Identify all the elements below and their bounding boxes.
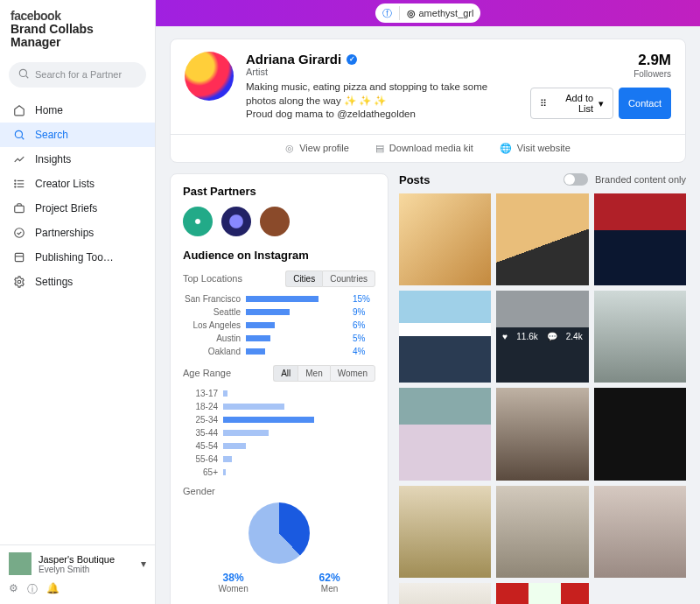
tab-download-media-kit[interactable]: ▤ Download media kit bbox=[375, 143, 473, 154]
list-icon bbox=[12, 178, 26, 190]
sidebar-item-insights[interactable]: Insights bbox=[0, 147, 155, 172]
sidebar-item-partnerships[interactable]: Partnerships bbox=[0, 221, 155, 245]
bar-label: 65+ bbox=[183, 467, 218, 477]
sidebar-item-label: Partnerships bbox=[35, 227, 94, 239]
post-tile[interactable] bbox=[399, 486, 491, 578]
hero-bar: ⓕ ◎ amethyst_grl bbox=[156, 0, 700, 26]
partner-avatar[interactable] bbox=[260, 207, 290, 236]
likes-count: 11.6k bbox=[516, 332, 537, 341]
sidebar-item-project-briefs[interactable]: Project Briefs bbox=[0, 196, 155, 221]
search-placeholder: Search for a Partner bbox=[35, 69, 122, 80]
chart-bar-row: Los Angeles6% bbox=[183, 320, 375, 330]
posts-grid: ♥ 11.6k 💬 2.4k bbox=[399, 193, 686, 604]
bar-label: 18-24 bbox=[183, 402, 218, 411]
bar-track bbox=[223, 404, 375, 410]
tab-label: Visit website bbox=[517, 143, 570, 153]
comments-count: 2.4k bbox=[566, 332, 583, 341]
gender-women-label: Women bbox=[218, 584, 248, 593]
gender-legend: 38% Women 62% Men bbox=[183, 572, 375, 593]
sidebar-item-creator-lists[interactable]: Creator Lists bbox=[0, 172, 155, 196]
partner-search-input[interactable]: Search for a Partner bbox=[9, 62, 146, 88]
comment-icon: 💬 bbox=[547, 332, 557, 341]
partner-avatar[interactable] bbox=[221, 207, 251, 236]
settings-icon[interactable]: ⚙ bbox=[9, 582, 18, 597]
post-tile[interactable] bbox=[399, 583, 491, 604]
post-tile[interactable]: ♥ 11.6k 💬 2.4k bbox=[496, 291, 588, 383]
svg-point-8 bbox=[15, 183, 16, 184]
locations-chart: San Francisco15%Seattle9%Los Angeles6%Au… bbox=[183, 294, 375, 356]
bar-track bbox=[223, 456, 375, 462]
bar-track bbox=[223, 390, 375, 397]
locations-label: Top Locations bbox=[183, 273, 242, 284]
post-tile[interactable] bbox=[399, 291, 491, 383]
post-tile[interactable] bbox=[399, 193, 491, 285]
footer-utility-icons: ⚙ ⓘ 🔔 bbox=[9, 582, 146, 597]
main-area: ⓕ ◎ amethyst_grl Adriana Girardi ✓ Artis… bbox=[156, 0, 700, 604]
chip-cities[interactable]: Cities bbox=[285, 270, 322, 287]
gender-men-label: Men bbox=[319, 584, 340, 593]
bar-value: 5% bbox=[353, 334, 375, 343]
post-tile[interactable] bbox=[594, 291, 686, 383]
locations-chips: Cities Countries bbox=[285, 270, 375, 287]
sidebar-item-home[interactable]: Home bbox=[0, 98, 155, 123]
help-icon[interactable]: ⓘ bbox=[27, 582, 38, 597]
post-tile[interactable] bbox=[496, 486, 588, 578]
add-to-list-button[interactable]: ⠿ Add to List ▾ bbox=[530, 88, 613, 119]
chip-men[interactable]: Men bbox=[298, 365, 329, 382]
instagram-icon: ◎ bbox=[407, 8, 416, 19]
account-switcher[interactable]: Jasper's Boutique Evelyn Smith ▾ bbox=[9, 552, 146, 575]
post-tile[interactable] bbox=[496, 583, 588, 604]
profile-role: Artist bbox=[246, 67, 518, 77]
tab-view-profile[interactable]: ◎ View profile bbox=[285, 143, 349, 154]
chart-bar-row: 65+ bbox=[183, 467, 375, 477]
bar-track bbox=[223, 443, 375, 449]
post-tile[interactable] bbox=[594, 193, 686, 285]
chart-bar-row: 13-17 bbox=[183, 389, 375, 398]
bar-track bbox=[246, 296, 342, 302]
facebook-wordmark: facebook bbox=[10, 9, 144, 23]
bar-value: 15% bbox=[353, 294, 375, 304]
network-tab-instagram[interactable]: ◎ amethyst_grl bbox=[400, 4, 481, 23]
partner-avatar[interactable] bbox=[183, 207, 213, 236]
contact-button[interactable]: Contact bbox=[619, 88, 671, 119]
bar-label: Oakland bbox=[183, 347, 241, 356]
list-icon: ⠿ bbox=[540, 98, 547, 109]
chip-women[interactable]: Women bbox=[330, 365, 375, 382]
notifications-icon[interactable]: 🔔 bbox=[46, 582, 60, 597]
post-tile[interactable] bbox=[496, 193, 588, 285]
chart-bar-row: Austin5% bbox=[183, 334, 375, 343]
bar-label: 35-44 bbox=[183, 428, 218, 438]
toggle-label: Branded content only bbox=[595, 174, 686, 185]
bar-label: 25-34 bbox=[183, 415, 218, 425]
post-engagement-overlay: ♥ 11.6k 💬 2.4k bbox=[496, 291, 588, 383]
post-tile[interactable] bbox=[594, 388, 686, 480]
post-tile[interactable] bbox=[399, 388, 491, 480]
bar-label: Austin bbox=[183, 334, 241, 343]
sidebar-item-publishing-tools[interactable]: Publishing Too… bbox=[0, 245, 155, 270]
gender-label: Gender bbox=[183, 486, 375, 496]
post-tile[interactable] bbox=[594, 486, 686, 578]
post-tile[interactable] bbox=[496, 388, 588, 480]
bar-label: 13-17 bbox=[183, 389, 218, 398]
sidebar-item-search[interactable]: Search bbox=[0, 123, 155, 147]
chart-bar-row: Oakland4% bbox=[183, 347, 375, 356]
svg-point-11 bbox=[15, 228, 24, 238]
bar-value: 9% bbox=[353, 307, 375, 317]
svg-point-7 bbox=[15, 180, 16, 181]
branded-content-toggle[interactable]: Branded content only bbox=[564, 173, 686, 186]
network-tab-facebook[interactable]: ⓕ bbox=[375, 4, 399, 23]
instagram-handle: amethyst_grl bbox=[419, 8, 474, 18]
chip-all[interactable]: All bbox=[273, 365, 298, 382]
gender-women-value: 38% bbox=[218, 572, 248, 584]
tab-visit-website[interactable]: 🌐 Visit website bbox=[500, 143, 570, 154]
profile-action-tabs: ◎ View profile ▤ Download media kit 🌐 Vi… bbox=[171, 134, 685, 162]
chart-bar-row: San Francisco15% bbox=[183, 294, 375, 304]
bar-track bbox=[223, 417, 375, 423]
bar-track bbox=[223, 430, 375, 436]
sidebar-item-label: Search bbox=[35, 129, 68, 141]
sidebar-item-settings[interactable]: Settings bbox=[0, 270, 155, 294]
briefcase-icon bbox=[12, 202, 26, 214]
bar-label: 45-54 bbox=[183, 441, 218, 451]
chip-countries[interactable]: Countries bbox=[322, 270, 375, 287]
bar-track bbox=[246, 322, 342, 328]
